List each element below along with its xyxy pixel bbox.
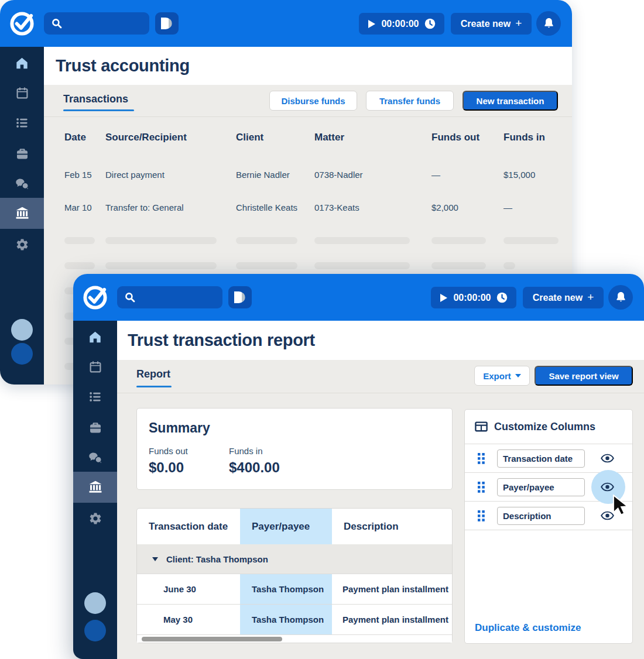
- back-toolbar: Transactions Disburse funds Transfer fun…: [44, 85, 572, 117]
- scrollbar-thumb[interactable]: [142, 637, 282, 641]
- quick-switcher-toggle[interactable]: [155, 12, 179, 35]
- customize-columns-title: Customize Columns: [494, 421, 595, 433]
- col-payer-payee: Payer/payee: [240, 509, 332, 544]
- transfer-funds-button[interactable]: Transfer funds: [366, 91, 454, 111]
- report-table-card: Transaction date Payer/payee Description…: [136, 508, 453, 643]
- front-content: Trust transaction report Report Export S…: [117, 321, 644, 659]
- sidebar-item-calendar[interactable]: [73, 352, 117, 382]
- sidebar-item-communications[interactable]: [73, 443, 117, 472]
- notifications-button[interactable]: [536, 11, 561, 36]
- sidebar-item-accounts[interactable]: [0, 198, 44, 229]
- column-name-input[interactable]: Payer/payee: [497, 478, 585, 496]
- col-source-recipient: Source/Recipient: [105, 132, 236, 143]
- new-transaction-button[interactable]: New transaction: [463, 91, 558, 111]
- columns-icon: [475, 421, 488, 432]
- visibility-eye-icon[interactable]: [601, 511, 614, 520]
- sidebar-item-home[interactable]: [73, 322, 117, 352]
- export-label: Export: [483, 371, 511, 381]
- sidebar-item-tasks[interactable]: [0, 108, 44, 138]
- create-new-button[interactable]: Create new +: [451, 13, 532, 35]
- user-avatar-button[interactable]: [11, 343, 33, 365]
- cell-funds-out: $2,000: [431, 202, 503, 212]
- task-list-icon: [15, 116, 29, 130]
- quick-switcher-toggle[interactable]: [228, 286, 252, 308]
- create-new-label: Create new: [461, 19, 511, 29]
- front-toolbar: Report Export Save report view: [117, 360, 644, 393]
- gear-icon: [15, 238, 29, 252]
- home-icon: [88, 330, 102, 344]
- table-row: Mar 10 Transfer to: General Christelle K…: [44, 191, 572, 224]
- timer-button[interactable]: 00:00:00: [431, 287, 516, 308]
- create-new-label: Create new: [533, 293, 583, 303]
- column-item-description: Description: [465, 502, 632, 530]
- column-item-transaction-date: Transaction date: [465, 444, 632, 473]
- customize-columns-header: Customize Columns: [465, 410, 632, 444]
- sidebar-item-calendar[interactable]: [0, 78, 44, 108]
- plus-icon: +: [587, 291, 594, 304]
- sidebar-item-matters[interactable]: [0, 139, 44, 168]
- skeleton-row: [44, 228, 572, 253]
- customize-columns-panel: Customize Columns Transaction date: [464, 409, 633, 644]
- save-report-view-label: Save report view: [549, 371, 618, 381]
- cell-funds-in: —: [503, 202, 572, 212]
- visibility-eye-icon[interactable]: [601, 454, 614, 463]
- export-button[interactable]: Export: [474, 366, 530, 386]
- sidebar-item-accounts[interactable]: [73, 472, 117, 503]
- sidebar-item-settings[interactable]: [0, 230, 44, 259]
- search-input[interactable]: [67, 19, 143, 28]
- drag-handle-icon[interactable]: [478, 510, 485, 521]
- briefcase-icon: [15, 146, 30, 160]
- create-new-button[interactable]: Create new +: [523, 287, 604, 308]
- notifications-button[interactable]: [608, 285, 633, 310]
- gear-icon: [88, 512, 102, 526]
- clio-logo-icon[interactable]: [8, 9, 36, 37]
- bank-icon: [15, 207, 30, 220]
- clock-icon: [496, 292, 508, 303]
- disburse-funds-button[interactable]: Disburse funds: [269, 91, 357, 111]
- sidebar-item-settings[interactable]: [73, 504, 117, 533]
- sidebar-item-home[interactable]: [0, 49, 44, 78]
- funds-out-value: $0.00: [149, 459, 229, 476]
- col-transaction-date: Transaction date: [137, 509, 240, 544]
- chat-bubbles-icon: [14, 177, 30, 191]
- cell-matter: 0738-Nadler: [314, 170, 431, 180]
- bell-icon: [615, 291, 627, 304]
- summary-card: Summary Funds out $0.00 Funds in $400.00: [136, 408, 453, 490]
- cell-client: Christelle Keats: [236, 202, 314, 212]
- duplicate-customize-link[interactable]: Duplicate & customize: [475, 622, 581, 634]
- tab-transactions[interactable]: Transactions: [63, 93, 128, 105]
- global-search[interactable]: [117, 286, 222, 308]
- column-name-input[interactable]: Transaction date: [497, 449, 585, 468]
- front-sidebar: [73, 321, 117, 659]
- column-name-input[interactable]: Description: [497, 507, 585, 525]
- timer-value: 00:00:00: [453, 293, 491, 303]
- calendar-icon: [88, 360, 102, 374]
- sidebar-item-communications[interactable]: [0, 169, 44, 198]
- calendar-icon: [15, 86, 29, 100]
- help-avatar-button[interactable]: [84, 592, 106, 614]
- global-search[interactable]: [44, 12, 149, 35]
- sidebar-item-matters[interactable]: [73, 413, 117, 442]
- user-avatar-button[interactable]: [84, 620, 106, 641]
- search-input[interactable]: [140, 293, 216, 302]
- transactions-table-header: Date Source/Recipient Client Matter Fund…: [44, 117, 572, 158]
- cell-date: Feb 15: [64, 170, 105, 180]
- clio-logo-icon[interactable]: [81, 283, 109, 311]
- cell-date: Mar 10: [64, 202, 105, 212]
- visibility-eye-icon[interactable]: [601, 482, 614, 492]
- sidebar-item-tasks[interactable]: [73, 382, 117, 411]
- drag-handle-icon[interactable]: [478, 453, 485, 464]
- group-row-client[interactable]: Client: Tasha Thompson: [137, 544, 452, 574]
- disburse-funds-label: Disburse funds: [281, 96, 345, 106]
- save-report-view-button[interactable]: Save report view: [535, 366, 633, 386]
- timer-button[interactable]: 00:00:00: [359, 13, 444, 35]
- col-description: Description: [332, 509, 452, 544]
- summary-title: Summary: [149, 420, 440, 436]
- tab-underline: [136, 386, 172, 387]
- report-row: June 30 Tasha Thompson Payment plan inst…: [137, 574, 452, 604]
- tab-report[interactable]: Report: [136, 368, 170, 380]
- help-avatar-button[interactable]: [11, 319, 33, 341]
- transfer-funds-label: Transfer funds: [379, 96, 440, 106]
- report-main: Summary Funds out $0.00 Funds in $400.00: [117, 393, 644, 659]
- drag-handle-icon[interactable]: [478, 482, 485, 493]
